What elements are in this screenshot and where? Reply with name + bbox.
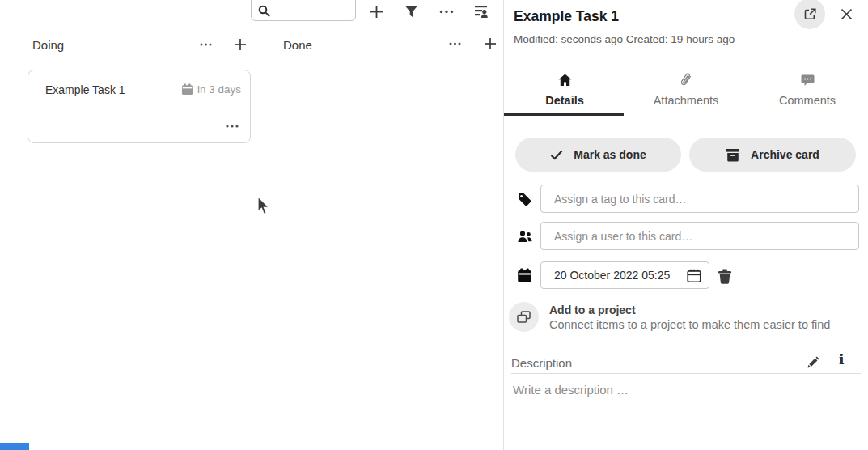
archive-card-label: Archive card [751,148,819,161]
card-more-button[interactable] [221,115,243,138]
more-icon [226,125,239,128]
mark-as-done-label: Mark as done [574,148,646,161]
card-details-panel: Example Task 1 Modified: seconds ago Cre… [504,0,868,450]
tab-attachments[interactable]: Attachments [625,65,747,116]
tag-icon [518,193,531,206]
accent-bar [0,443,29,450]
popout-button[interactable] [794,0,825,29]
plus-icon [370,5,383,19]
card-due-text: in 3 days [197,83,241,96]
archive-icon [726,148,740,162]
date-picker-button[interactable] [686,267,704,285]
more-icon [439,10,454,14]
info-icon[interactable]: i [839,351,844,367]
kanban-board: Doing Example Task 1 in 3 days [0,0,503,450]
filter-icon [405,6,417,18]
card-title: Example Task 1 [45,83,125,96]
assign-user-input[interactable] [540,222,859,250]
card-actions: Mark as done Archive card [515,138,856,172]
plus-icon [234,38,247,51]
add-to-project-title: Add to a project [549,302,830,316]
board-add-button[interactable] [365,0,387,23]
tab-label: Comments [779,94,836,107]
calendar-icon [517,268,532,283]
tab-label: Details [545,94,584,107]
close-panel-button[interactable] [838,6,854,22]
search-input[interactable] [252,0,355,20]
description-label: Description [511,356,572,370]
archive-card-button[interactable]: Archive card [689,138,856,172]
tab-label: Attachments [654,94,719,107]
users-icon [518,230,532,243]
plus-icon [484,37,497,50]
add-to-project-row[interactable]: Add to a project Connect items to a proj… [509,302,830,332]
pencil-icon [807,356,819,369]
tab-comments[interactable]: Comments [747,65,868,116]
board-more-button[interactable] [435,0,458,23]
due-date-field[interactable] [540,261,709,289]
column-doing-add-card-button[interactable] [229,33,252,56]
mouse-cursor [256,196,270,216]
assign-tag-input[interactable] [540,185,859,213]
description-divider [511,373,861,374]
card-due-badge: in 3 days [181,83,241,96]
check-icon [550,150,563,160]
tab-bar: Details Attachments Comments [504,65,868,116]
panel-title: Example Task 1 [514,8,619,25]
remove-due-date-button[interactable] [718,265,739,287]
tab-details[interactable]: Details [504,65,625,116]
board-filter-button[interactable] [400,0,422,23]
calendar-icon [181,83,193,96]
panel-meta: Modified: seconds ago Created: 19 hours … [514,33,735,45]
trash-icon [718,269,732,284]
edit-description-button[interactable] [807,353,826,372]
column-doing-more-button[interactable] [194,33,217,56]
column-done-add-card-button[interactable] [479,32,502,55]
paperclip-icon [681,73,692,87]
windows-stack-icon [517,311,531,324]
calendar-outline-icon [686,268,702,284]
more-icon [200,43,212,46]
project-text: Add to a project Connect items to a proj… [549,302,830,332]
search-box[interactable] [251,0,356,21]
assigned-list-icon [474,5,489,19]
kanban-card[interactable]: Example Task 1 in 3 days [28,70,251,143]
add-to-project-subtitle: Connect items to a project to make them … [549,318,830,331]
comment-icon [801,74,815,87]
column-title-doing: Doing [32,38,64,52]
due-date-input[interactable] [541,262,709,288]
project-icon-circle [509,302,539,332]
description-placeholder[interactable]: Write a description … [513,383,629,397]
column-done-more-button[interactable] [443,32,466,55]
home-icon [558,74,572,87]
external-link-icon [803,7,817,21]
column-title-done: Done [283,38,312,52]
board-assigned-cards-button[interactable] [470,0,493,23]
mark-as-done-button[interactable]: Mark as done [515,138,681,172]
close-icon [840,8,853,20]
more-icon [449,42,461,45]
